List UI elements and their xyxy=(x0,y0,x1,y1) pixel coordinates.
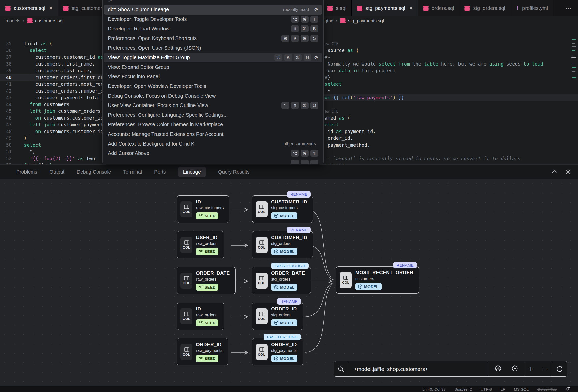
editor-right[interactable]: ging › stg_payments.sql ew CTE source as… xyxy=(322,16,578,164)
code-line: source as ( xyxy=(325,47,359,54)
warning-icon: ! xyxy=(516,5,519,12)
lineage-node-raw_payments-order_id[interactable]: COLORDER_IDraw_paymentsSEED xyxy=(177,338,228,365)
lineage-node-raw_orders-user_id[interactable]: COLUSER_IDraw_ordersSEED xyxy=(177,231,224,258)
palette-item[interactable]: Debug Console: Focus on Debug Console Vi… xyxy=(104,91,322,101)
node-info: ORDER_DATEstg_ordersMODEL xyxy=(271,270,305,291)
close-icon[interactable]: × xyxy=(49,5,52,11)
palette-item-label: Accounts: Manage Trusted Extensions For … xyxy=(108,131,318,137)
tab-orders-sql[interactable]: orders.sql xyxy=(418,0,459,16)
line-number: 45 xyxy=(0,108,12,115)
panel-close-button[interactable] xyxy=(566,169,570,174)
code-line: from customers xyxy=(24,101,69,108)
key-badge: ⌘ xyxy=(294,54,302,61)
more-tabs-icon[interactable]: ⋯ xyxy=(559,0,578,16)
lineage-node-raw_orders-order_date[interactable]: COLORDER_DATEraw_ordersSEED xyxy=(177,267,236,294)
palette-item[interactable]: Developer: Open Webview Developer Tools xyxy=(104,82,322,91)
lineage-node-raw_orders-id[interactable]: COLIDraw_ordersSEED xyxy=(177,303,224,330)
node-subtitle: stg_customers xyxy=(271,206,298,210)
lens-aperture-button[interactable] xyxy=(495,365,502,373)
notifications-bell-icon[interactable] xyxy=(565,387,569,392)
panel-tab-ports[interactable]: Ports xyxy=(154,169,166,175)
gear-icon[interactable]: ⚙ xyxy=(314,7,318,12)
lineage-node-customers-most_recent_order[interactable]: RENAMECOLMOST_RECENT_ORDERcustomersMODEL xyxy=(336,266,419,294)
palette-item[interactable]: Developer: Reload Window⇧⌘R xyxy=(104,24,322,34)
line-number: 44 xyxy=(0,101,12,108)
code-line: #- xyxy=(325,54,330,61)
node-subtitle: raw_orders xyxy=(196,241,216,246)
node-badge-model: MODEL xyxy=(271,319,297,326)
panel-tab-debug-console[interactable]: Debug Console xyxy=(77,169,111,175)
node-info: CUSTOMER_IDstg_customersMODEL xyxy=(271,199,307,219)
lineage-node-stg_orders-order_id[interactable]: RENAMECOLORDER_IDstg_ordersMODEL xyxy=(252,303,303,330)
tab-customers-sql[interactable]: customers.sql× xyxy=(0,0,58,16)
key-badge: M xyxy=(304,54,311,61)
palette-item[interactable]: Add Cursor Above⌥⌘↑ xyxy=(104,149,322,158)
status-item-spaces-2[interactable]: Spaces: 2 xyxy=(454,387,472,392)
palette-item-label: Add Context to Background for Cmd K xyxy=(108,141,283,147)
lineage-node-raw_customers-id[interactable]: COLIDraw_customersSEED xyxy=(177,195,229,223)
lineage-node-stg_orders-customer_id[interactable]: RENAMECOLCUSTOMER_IDstg_ordersMODEL xyxy=(252,231,313,258)
palette-item[interactable]: dbt: Show Column Lineagerecently used⚙ xyxy=(104,5,322,15)
keybinding: ⇧⌘R xyxy=(291,25,318,32)
lineage-search-input[interactable]: +model.jaffle_shop.customers+ xyxy=(348,361,488,376)
key-badge: S xyxy=(310,35,318,42)
palette-item-label: Add Cursor Above xyxy=(108,150,291,156)
code-line: customer_payments.total_ xyxy=(24,94,103,101)
column-icon: COL xyxy=(256,201,268,217)
palette-item-label: User View Container: Focus on Outline Vi… xyxy=(108,102,281,108)
tab-profiles-yml[interactable]: !profiles.yml xyxy=(510,0,553,16)
node-title: MOST_RECENT_ORDER xyxy=(355,270,413,276)
node-tag-rename: RENAME xyxy=(393,262,417,268)
node-badge-model: MODEL xyxy=(271,355,297,362)
tab-s-sql[interactable]: s.sql xyxy=(322,0,352,16)
palette-item[interactable]: Preferences: Browse Color Themes in Mark… xyxy=(104,120,322,129)
lineage-canvas[interactable]: COLIDraw_customersSEEDCOLUSER_IDraw_orde… xyxy=(0,179,578,392)
code-line: select xyxy=(24,142,41,149)
panel-tab-problems[interactable]: Problems xyxy=(16,169,37,175)
tab-stg_payments-sql[interactable]: stg_payments.sql× xyxy=(352,0,418,16)
status-item-utf-8[interactable]: UTF-8 xyxy=(481,387,492,392)
badge-label: SEED xyxy=(205,249,216,254)
database-icon xyxy=(63,5,69,11)
close-icon[interactable]: × xyxy=(409,5,413,11)
focus-target-button[interactable] xyxy=(511,365,518,373)
palette-item[interactable]: View: Toggle Maximize Editor Group⌘R⌘M⚙ xyxy=(104,53,322,62)
palette-item[interactable]: Preferences: Open Keyboard Shortcuts⌘R⌘S xyxy=(104,34,322,43)
palette-item[interactable] xyxy=(104,158,322,164)
line-number: 46 xyxy=(0,115,12,122)
lineage-node-stg_payments-order_id[interactable]: PASSTHROUGHCOLORDER_IDstg_paymentsMODEL xyxy=(252,338,303,365)
node-badge-seed: SEED xyxy=(196,212,218,219)
minimap[interactable] xyxy=(570,24,578,162)
command-palette[interactable]: > dbt: Show Column Lineagerecently used⚙… xyxy=(102,0,324,164)
panel-tab-lineage[interactable]: Lineage xyxy=(178,167,206,177)
palette-item[interactable]: User View Container: Focus on Outline Vi… xyxy=(104,101,322,110)
palette-item[interactable]: Preferences: Open User Settings (JSON) xyxy=(104,43,322,53)
panel-collapse-button[interactable] xyxy=(551,169,557,174)
palette-item[interactable]: View: Expand Editor Group xyxy=(104,62,322,72)
command-palette-prompt[interactable]: > xyxy=(108,0,112,3)
palette-item[interactable]: Developer: Toggle Developer Tools⌥⌘I xyxy=(104,15,322,24)
panel-tab-query-results[interactable]: Query Results xyxy=(218,169,250,175)
lineage-node-stg_customers-customer_id[interactable]: RENAMECOLCUSTOMER_IDstg_customersMODEL xyxy=(252,195,313,223)
palette-item[interactable]: Accounts: Manage Trusted Extensions For … xyxy=(104,129,322,139)
node-tag-rename: RENAME xyxy=(277,298,301,305)
status-item-ms-sql[interactable]: MS SQL xyxy=(514,387,529,392)
line-number: 39 xyxy=(0,67,12,74)
panel-tab-terminal[interactable]: Terminal xyxy=(123,169,142,175)
status-item-cursor-tab[interactable]: Cursor Tab xyxy=(537,387,557,392)
refresh-button[interactable] xyxy=(552,361,567,376)
code-editor-right[interactable]: ew CTE source as (#- Normally we would s… xyxy=(322,16,578,164)
panel-tab-output[interactable]: Output xyxy=(49,169,64,175)
palette-item[interactable]: Preferences: Configure Language Specific… xyxy=(104,110,322,120)
tab-stg_orders-sql[interactable]: stg_orders.sql xyxy=(459,0,510,16)
status-item-lf[interactable]: LF xyxy=(501,387,505,392)
gear-icon[interactable]: ⚙ xyxy=(314,55,318,60)
lineage-node-stg_orders-order_date[interactable]: PASSTHROUGHCOLORDER_DATEstg_ordersMODEL xyxy=(252,267,311,294)
palette-item[interactable]: View: Focus into Panel xyxy=(104,72,322,82)
node-subtitle: raw_orders xyxy=(196,313,216,317)
key-badge: R xyxy=(291,35,299,42)
node-title: ID xyxy=(196,306,201,312)
palette-item[interactable]: Add Context to Background for Cmd Kother… xyxy=(104,139,322,149)
column-chip-label: COL xyxy=(342,281,349,284)
status-item-ln-40-col-33[interactable]: Ln 40, Col 33 xyxy=(422,387,446,392)
